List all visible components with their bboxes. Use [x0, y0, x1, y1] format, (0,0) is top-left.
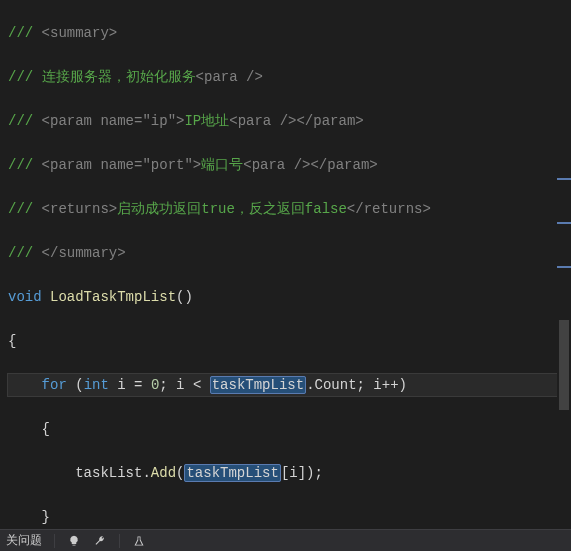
code-line: { — [8, 418, 571, 440]
selection-highlight: taskTmpList — [184, 464, 280, 482]
separator — [119, 534, 120, 548]
code-line: /// <returns>启动成功返回true，反之返回false</retur… — [8, 198, 571, 220]
lightbulb-icon[interactable] — [67, 534, 81, 548]
separator — [54, 534, 55, 548]
scrollbar-marker — [557, 178, 571, 180]
wrench-icon[interactable] — [93, 534, 107, 548]
flask-icon[interactable] — [132, 534, 146, 548]
scrollbar-marker — [557, 266, 571, 268]
code-line: /// 连接服务器，初始化服务<para /> — [8, 66, 571, 88]
scrollbar-marker — [557, 222, 571, 224]
selection-highlight: taskTmpList — [210, 376, 306, 394]
status-bar: 关问题 — [0, 529, 571, 551]
code-line-current: for (int i = 0; i < taskTmpList.Count; i… — [8, 374, 571, 396]
code-line: /// <summary> — [8, 22, 571, 44]
status-label[interactable]: 关问题 — [6, 530, 42, 552]
code-line: { — [8, 330, 571, 352]
code-editor[interactable]: /// <summary> /// 连接服务器，初始化服务<para /> //… — [0, 0, 571, 551]
code-line: /// </summary> — [8, 242, 571, 264]
code-line: void LoadTaskTmpList() — [8, 286, 571, 308]
vertical-scrollbar[interactable] — [557, 0, 571, 529]
code-line: } — [8, 506, 571, 528]
code-line: /// <param name="port">端口号<para /></para… — [8, 154, 571, 176]
code-line: /// <param name="ip">IP地址<para /></param… — [8, 110, 571, 132]
code-line: taskList.Add(taskTmpList[i]); — [8, 462, 571, 484]
scrollbar-thumb[interactable] — [559, 320, 569, 410]
